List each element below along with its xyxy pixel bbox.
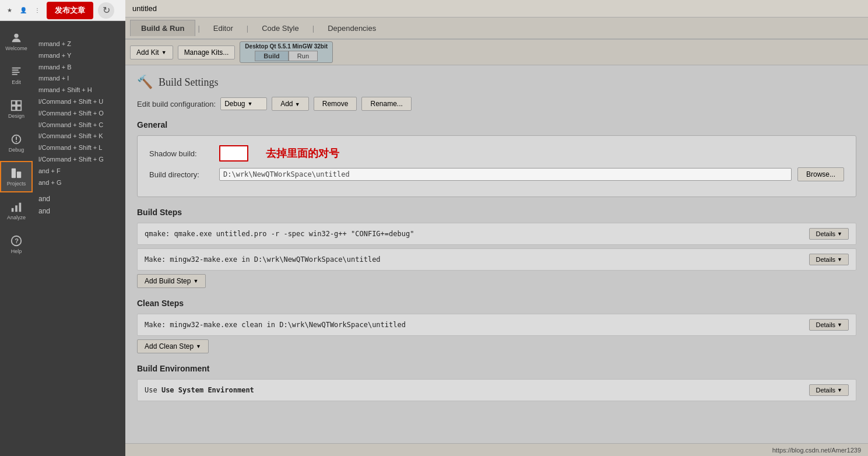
sidebar: Welcome Edit Design Debug Projects Analy… [0,21,33,456]
add-kit-button[interactable]: Add Kit ▼ [130,45,173,59]
sidebar-item-help[interactable]: ? Help [0,229,33,260]
remove-config-button[interactable]: Remove [314,97,357,111]
build-env-text: Use Use System Environment [145,386,254,394]
build-step-qmake: qmake: qmake.exe untitled.pro -r -spec w… [137,223,856,245]
shadow-build-row: Shadow build: 去掉里面的对号 [149,145,844,162]
svg-rect-10 [16,136,17,140]
build-steps-section: Build Steps qmake: qmake.exe untitled.pr… [137,208,856,288]
and-label-2: and [38,205,121,217]
svg-text:?: ? [15,237,19,244]
svg-rect-14 [12,208,14,212]
kit-tab-group: Desktop Qt 5.5.1 MinGW 32bit Build Run [240,41,333,63]
tab-code-style[interactable]: Code Style [251,20,310,37]
build-env-item: Use Use System Environment Details ▼ [137,379,856,401]
details-chevron-4: ▼ [837,387,842,393]
shadow-build-label: Shadow build: [149,149,213,158]
svg-rect-13 [17,171,21,178]
sidebar-item-design[interactable]: Design [0,93,33,125]
build-step-make-details[interactable]: Details ▼ [809,254,849,265]
build-step-make-text: Make: mingw32-make.exe in D:\wrk\NewQTWo… [145,255,381,264]
sidebar-label-welcome: Welcome [5,45,27,51]
sidebar-item-analyze[interactable]: Analyze [0,195,33,226]
svg-rect-8 [17,106,21,110]
star-icon[interactable]: ★ [5,6,14,15]
user-icon[interactable]: 👤 [19,6,28,15]
clean-step-make: Make: mingw32-make.exe clean in D:\wrk\N… [137,314,856,336]
build-step-qmake-details[interactable]: Details ▼ [809,228,849,240]
hammer-icon: 🔨 [137,75,153,90]
publish-button[interactable]: 发布文章 [47,2,93,19]
config-label: Edit build configuration: [137,100,216,108]
shortcut-item: l/Command + Shift + G [38,154,121,166]
build-env-title: Build Environment [137,364,856,373]
browser-icons: ★ 👤 ⋮ [5,6,42,15]
add-kit-chevron: ▼ [161,50,167,55]
sidebar-label-projects: Projects [7,181,26,187]
menu-icon[interactable]: ⋮ [33,6,42,15]
browse-button[interactable]: Browse... [797,167,844,181]
sidebar-item-welcome[interactable]: Welcome [0,26,33,57]
tab-build-run[interactable]: Build & Run [130,20,195,36]
shortcut-item: l/Command + Shift + U [38,96,121,108]
kit-run-tab[interactable]: Run [289,51,318,61]
sidebar-item-debug[interactable]: Debug [0,127,33,159]
manage-kits-button[interactable]: Manage Kits... [178,45,236,59]
shortcut-item: l/Command + Shift + L [38,142,121,154]
svg-rect-12 [12,169,16,178]
details-chevron-1: ▼ [837,231,842,237]
clean-step-make-details[interactable]: Details ▼ [809,319,849,331]
svg-rect-3 [12,72,20,73]
title-bar: untitled [125,0,868,17]
shortcut-item: l/Command + Shift + K [38,131,121,142]
sidebar-label-edit: Edit [12,79,21,85]
status-url: https://blog.csdn.net/Amer1239 [772,447,861,454]
shortcut-item: mmand + Z [38,38,121,50]
build-dir-input[interactable] [219,168,792,181]
svg-rect-11 [16,141,17,142]
build-dir-row: Build directory: Browse... [149,167,844,181]
status-bar: https://blog.csdn.net/Amer1239 [125,443,868,456]
toolbar-row: Add Kit ▼ Manage Kits... Desktop Qt 5.5.… [125,40,868,65]
svg-rect-6 [17,101,21,105]
tab-editor[interactable]: Editor [202,20,244,37]
shortcut-item: mmand + Y [38,50,121,62]
tab-sep-3: | [312,24,314,33]
build-step-qmake-text: qmake: qmake.exe untitled.pro -r -spec w… [145,230,414,238]
tab-bar: Build & Run | Editor | Code Style | Depe… [125,17,868,40]
and-label-1: and [38,193,121,205]
svg-rect-1 [12,68,21,69]
add-build-step-button[interactable]: Add Build Step ▼ [137,274,206,288]
details-chevron-2: ▼ [837,257,842,262]
tab-sep-1: | [198,24,199,33]
refresh-icon[interactable]: ↻ [98,2,114,19]
kit-build-tab[interactable]: Build [255,51,289,61]
config-select[interactable]: Debug ▼ [220,97,267,110]
add-clean-chevron: ▼ [196,343,201,349]
build-step-make: Make: mingw32-make.exe in D:\wrk\NewQTWo… [137,248,856,271]
shortcut-item: l/Command + Shift + O [38,108,121,120]
shadow-build-checkbox[interactable] [219,145,248,162]
config-row: Edit build configuration: Debug ▼ Add ▼ … [137,97,856,111]
sidebar-item-edit[interactable]: Edit [0,59,33,91]
svg-rect-4 [12,74,17,75]
add-clean-step-button[interactable]: Add Clean Step ▼ [137,339,209,353]
add-build-chevron: ▼ [193,278,198,284]
sidebar-item-projects[interactable]: Projects [0,161,33,192]
details-chevron-3: ▼ [837,322,842,328]
shortcut-item: and + G [38,177,121,189]
sidebar-label-analyze: Analyze [7,215,26,220]
svg-rect-16 [19,203,22,212]
main-area: untitled Build & Run | Editor | Code Sty… [125,0,868,456]
build-env-details[interactable]: Details ▼ [809,384,849,396]
shortcut-item: mmand + I [38,73,121,85]
tab-dependencies[interactable]: Dependencies [317,20,387,37]
shortcut-list: mmand + Z mmand + Y mmand + B mmand + I … [34,21,125,223]
build-environment-section: Build Environment Use Use System Environ… [137,364,856,401]
build-settings-header: 🔨 Build Settings [137,75,856,90]
kit-name-label: Desktop Qt 5.5.1 MinGW 32bit [245,43,328,50]
rename-config-button[interactable]: Rename... [361,97,411,111]
sidebar-label-design: Design [8,113,24,119]
build-steps-title: Build Steps [137,208,856,217]
add-config-button[interactable]: Add ▼ [272,97,309,111]
add-config-chevron: ▼ [295,101,300,107]
